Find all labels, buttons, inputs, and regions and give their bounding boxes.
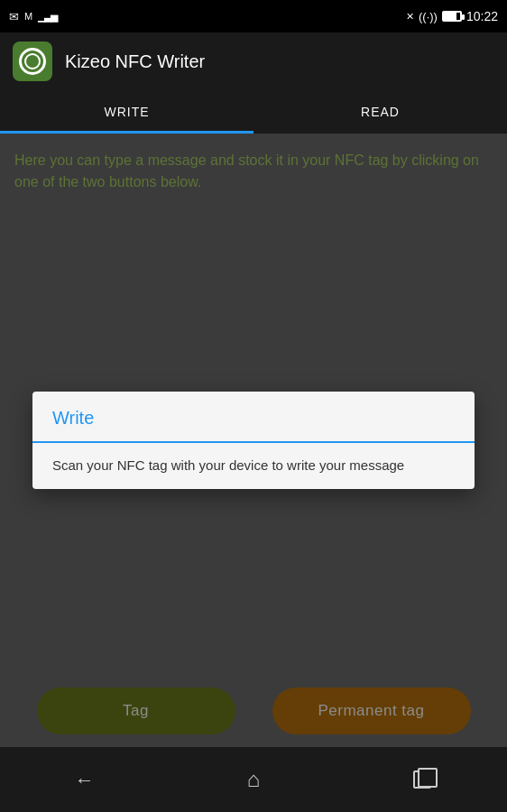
- status-right-icons: ✕ ((·)) 10:22: [406, 9, 498, 23]
- home-button[interactable]: [217, 760, 290, 799]
- status-time: 10:22: [466, 9, 498, 23]
- dialog-body: Scan your NFC tag with your device to wr…: [32, 443, 475, 489]
- back-button[interactable]: [49, 760, 121, 799]
- dialog-overlay: Write Scan your NFC tag with your device…: [0, 134, 507, 747]
- app-bar: Kizeo NFC Writer: [0, 32, 507, 90]
- battery-icon: [442, 11, 462, 22]
- app-title: Kizeo NFC Writer: [65, 51, 205, 72]
- nfc-icon: [19, 48, 46, 75]
- wifi-icon: ((·)): [419, 10, 438, 23]
- tab-bar: WRITE READ: [0, 90, 507, 134]
- email-icon: M: [24, 11, 32, 22]
- nav-bar: [0, 747, 507, 812]
- status-left-icons: ✉ M ▁▃▅: [9, 10, 57, 23]
- tab-write[interactable]: WRITE: [0, 90, 254, 134]
- back-icon: [75, 767, 95, 792]
- signal-icon: ▁▃▅: [38, 11, 57, 23]
- recent-apps-icon: [413, 770, 431, 789]
- tab-read[interactable]: READ: [254, 90, 507, 134]
- status-bar: ✉ M ▁▃▅ ✕ ((·)) 10:22: [0, 0, 507, 32]
- dialog-title: Write: [32, 392, 475, 443]
- dialog-message: Scan your NFC tag with your device to wr…: [52, 457, 455, 473]
- app-icon: [13, 42, 52, 81]
- message-icon: ✉: [9, 10, 19, 23]
- dialog: Write Scan your NFC tag with your device…: [32, 392, 475, 489]
- recent-apps-button[interactable]: [386, 760, 458, 799]
- main-content: Here you can type a message and stock it…: [0, 134, 507, 747]
- home-icon: [247, 767, 261, 792]
- mute-icon: ✕: [406, 11, 414, 23]
